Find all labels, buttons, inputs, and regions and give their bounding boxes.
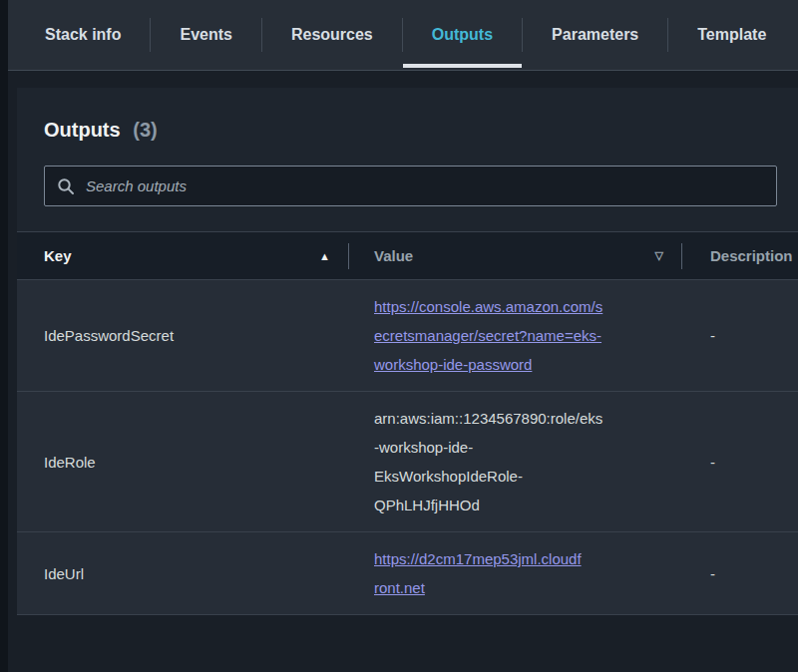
tab-stack-info[interactable]: Stack info [16, 0, 150, 70]
tab-parameters[interactable]: Parameters [523, 0, 667, 70]
outputs-count-badge: (3) [133, 119, 157, 141]
tab-resources[interactable]: Resources [262, 0, 402, 70]
table-row-ide-url: IdeUrl https://d2cm17mep53jml.cloudfront… [17, 532, 798, 615]
table-row-ide-role: IdeRole arn:aws:iam::1234567890:role/eks… [17, 392, 798, 532]
left-edge-strip [0, 0, 8, 672]
output-description: - [681, 309, 798, 362]
tab-outputs[interactable]: Outputs [403, 0, 522, 70]
output-description: - [681, 436, 798, 489]
output-key: IdeUrl [17, 547, 348, 600]
column-label-value: Value [374, 247, 413, 264]
sort-ascending-icon: ▲ [319, 250, 330, 262]
output-value-cell: arn:aws:iam::1234567890:role/eks-worksho… [348, 392, 681, 531]
table-row-ide-password-secret: IdePasswordSecret https://console.aws.am… [17, 280, 798, 392]
sort-descending-icon: ▽ [655, 249, 663, 262]
column-header-description[interactable]: Description [681, 232, 798, 279]
output-key: IdeRole [17, 436, 348, 489]
column-label-key: Key [44, 247, 72, 264]
tab-template[interactable]: Template [668, 0, 795, 70]
stack-tab-bar: Stack info Events Resources Outputs Para… [8, 0, 798, 71]
search-box[interactable] [44, 166, 777, 206]
column-label-description: Description [710, 247, 793, 264]
output-value-text: arn:aws:iam::1234567890:role/eks-worksho… [374, 404, 603, 519]
panel-title-text: Outputs [44, 119, 121, 141]
table-header-row: Key ▲ Value ▽ Description [17, 231, 798, 280]
output-description: - [681, 547, 798, 600]
search-icon [57, 177, 75, 195]
output-value-cell: https://d2cm17mep53jml.cloudfront.net [348, 532, 681, 614]
panel-title: Outputs (3) [44, 117, 798, 143]
column-header-key[interactable]: Key ▲ [17, 232, 348, 279]
column-header-value[interactable]: Value ▽ [348, 232, 681, 279]
outputs-panel-header: Outputs (3) [17, 88, 798, 231]
outputs-panel: Outputs (3) Key ▲ Value ▽ Description Id… [17, 88, 798, 615]
tab-events[interactable]: Events [151, 0, 260, 70]
output-value-link[interactable]: https://d2cm17mep53jml.cloudfront.net [374, 544, 586, 602]
output-value-cell: https://console.aws.amazon.com/secretsma… [348, 280, 681, 391]
search-input[interactable] [84, 176, 764, 195]
output-value-link[interactable]: https://console.aws.amazon.com/secretsma… [374, 292, 603, 379]
output-key: IdePasswordSecret [17, 309, 348, 362]
